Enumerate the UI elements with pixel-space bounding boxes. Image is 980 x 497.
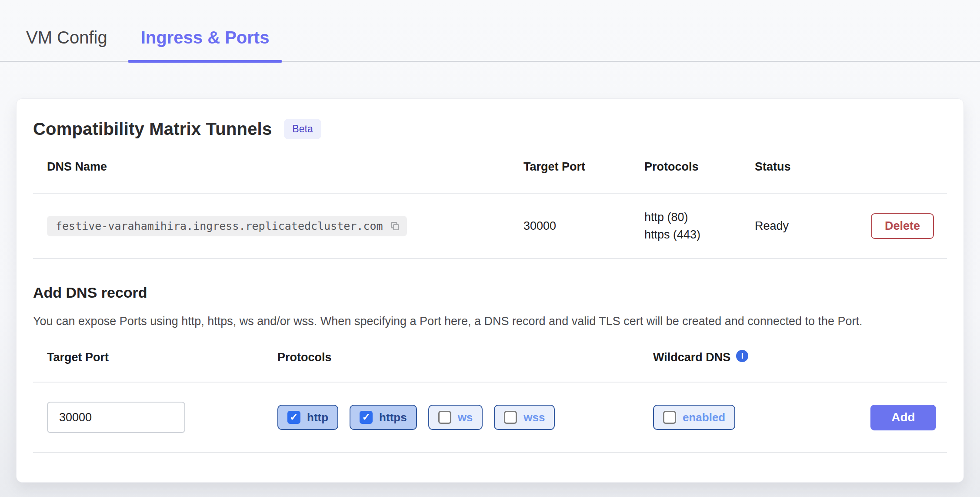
add-button[interactable]: Add	[870, 405, 936, 430]
add-form-header: Target Port Protocols Wildcard DNS i	[33, 351, 947, 382]
tunnels-table-header: DNS Name Target Port Protocols Status	[33, 160, 947, 193]
protocols-cell: http (80) https (443)	[644, 208, 755, 243]
dns-name-pill: festive-varahamihira.ingress.replicatedc…	[47, 216, 407, 236]
form-col-protocols: Protocols	[277, 351, 653, 364]
https-chip-label: https	[379, 411, 407, 424]
delete-button[interactable]: Delete	[871, 213, 934, 239]
tunnels-card: Compatibility Matrix Tunnels Beta DNS Na…	[16, 98, 964, 483]
protocol-chip-https[interactable]: https	[350, 405, 417, 430]
target-port-cell: 30000	[523, 219, 644, 233]
beta-badge: Beta	[284, 119, 321, 139]
target-port-field-wrap	[47, 402, 277, 433]
add-dns-record-heading: Add DNS record	[33, 284, 947, 301]
col-header-protocols: Protocols	[644, 160, 755, 174]
col-header-dns-name: DNS Name	[47, 160, 523, 174]
wildcard-enabled-chip[interactable]: enabled	[653, 405, 735, 430]
wildcard-field-wrap: enabled	[653, 405, 870, 430]
wildcard-chip-label: enabled	[683, 411, 725, 424]
ws-checkbox[interactable]	[438, 411, 451, 424]
tab-ingress-ports[interactable]: Ingress & Ports	[128, 29, 283, 61]
form-col-target-port: Target Port	[47, 351, 277, 364]
divider	[33, 452, 947, 453]
add-form-row: http https ws wss enabled Add	[33, 402, 947, 433]
divider	[33, 382, 947, 383]
dns-name-value: festive-varahamihira.ingress.replicatedc…	[56, 220, 383, 232]
wildcard-dns-label: Wildcard DNS	[653, 351, 730, 364]
dns-name-cell: festive-varahamihira.ingress.replicatedc…	[47, 216, 523, 236]
status-cell: Ready	[755, 219, 867, 233]
card-title-row: Compatibility Matrix Tunnels Beta	[33, 119, 947, 139]
tab-bar: VM Config Ingress & Ports	[0, 0, 980, 62]
wss-chip-label: wss	[523, 411, 545, 424]
col-header-status: Status	[755, 160, 867, 174]
protocol-chip-wss[interactable]: wss	[494, 405, 555, 430]
col-header-target-port: Target Port	[523, 160, 644, 174]
http-chip-label: http	[307, 411, 328, 424]
info-icon[interactable]: i	[736, 350, 748, 362]
copy-icon[interactable]	[389, 220, 401, 232]
add-dns-record-description: You can expose Ports using http, https, …	[33, 312, 930, 330]
protocol-chip-group: http https ws wss	[277, 405, 653, 430]
protocol-line-http: http (80)	[644, 208, 755, 226]
wildcard-checkbox[interactable]	[663, 411, 676, 424]
form-col-wildcard-dns: Wildcard DNS i	[653, 351, 870, 364]
http-checkbox[interactable]	[287, 411, 300, 424]
tab-vm-config[interactable]: VM Config	[26, 29, 107, 61]
protocol-chip-ws[interactable]: ws	[428, 405, 483, 430]
target-port-input[interactable]	[47, 402, 185, 433]
wss-checkbox[interactable]	[504, 411, 517, 424]
card-title: Compatibility Matrix Tunnels	[33, 119, 272, 139]
https-checkbox[interactable]	[360, 411, 373, 424]
protocol-line-https: https (443)	[644, 226, 755, 243]
protocol-chip-http[interactable]: http	[277, 405, 338, 430]
ws-chip-label: ws	[458, 411, 473, 424]
divider	[33, 258, 947, 259]
table-row: festive-varahamihira.ingress.replicatedc…	[33, 194, 947, 258]
